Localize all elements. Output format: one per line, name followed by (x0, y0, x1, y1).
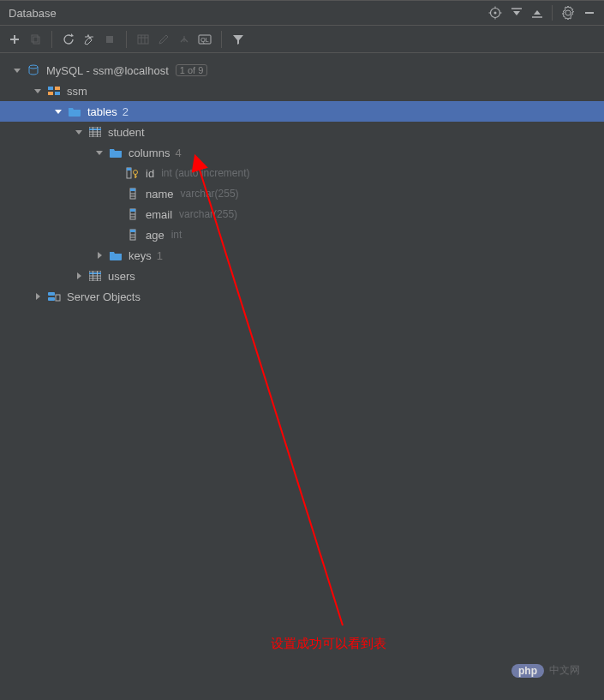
column-id-row[interactable]: id int (auto increment) (0, 163, 604, 183)
expand-top-icon[interactable] (511, 7, 523, 19)
svg-point-1 (494, 12, 497, 15)
svg-marker-58 (98, 252, 102, 259)
svg-rect-31 (55, 92, 60, 95)
column-email-type: varchar(255) (179, 208, 237, 220)
folder-icon (67, 105, 82, 118)
tables-count: 2 (123, 105, 129, 118)
chevron-down-icon (33, 86, 43, 96)
svg-marker-27 (34, 89, 41, 93)
tables-node-row[interactable]: tables 2 (0, 101, 604, 122)
connection-row[interactable]: MySQL - ssm@localhost 1 of 9 (0, 60, 604, 81)
refresh-button[interactable] (59, 30, 78, 49)
keys-node-label: keys (129, 249, 152, 262)
copy-button[interactable] (26, 30, 45, 49)
server-objects-label: Server Objects (67, 290, 141, 303)
properties-button[interactable] (80, 30, 99, 49)
panel-title: Database (9, 7, 57, 20)
folder-icon (108, 146, 123, 159)
watermark-text: 中文网 (549, 663, 580, 678)
toolbar: QL (0, 26, 604, 53)
svg-rect-29 (55, 87, 60, 90)
svg-rect-68 (48, 297, 55, 301)
svg-rect-30 (48, 92, 53, 95)
svg-rect-42 (127, 168, 131, 171)
chevron-down-icon (74, 127, 84, 137)
chevron-right-icon (74, 271, 84, 281)
svg-marker-8 (534, 10, 541, 15)
tables-node-label: tables (87, 105, 117, 118)
target-icon[interactable] (488, 6, 502, 20)
table-icon (87, 125, 103, 139)
svg-rect-69 (56, 295, 60, 301)
primary-key-column-icon (125, 166, 141, 180)
filter-button[interactable] (229, 30, 248, 49)
database-icon (26, 63, 41, 77)
columns-node-row[interactable]: columns 4 (0, 142, 604, 163)
schema-row[interactable]: ssm (0, 81, 604, 101)
svg-marker-33 (75, 130, 82, 135)
table-student-row[interactable]: student (0, 122, 604, 142)
column-age-type: int (171, 229, 182, 241)
table-editor-button[interactable] (134, 30, 152, 49)
schema-icon (46, 84, 62, 98)
svg-rect-51 (130, 209, 135, 212)
column-email-row[interactable]: email varchar(255) (0, 204, 604, 224)
connection-label: MySQL - ssm@localhost (46, 64, 169, 77)
svg-marker-7 (513, 11, 520, 15)
column-id-type: int (auto increment) (161, 167, 249, 179)
server-objects-icon (46, 290, 62, 303)
svg-marker-15 (71, 33, 74, 37)
column-age-row[interactable]: age int (0, 224, 604, 245)
watermark-brand: php (511, 664, 544, 678)
svg-rect-12 (10, 39, 19, 40)
column-icon (125, 187, 141, 200)
table-icon (87, 269, 103, 283)
gear-icon[interactable] (561, 6, 575, 20)
svg-rect-13 (32, 35, 38, 42)
connection-badge: 1 of 9 (176, 64, 208, 76)
minimize-icon[interactable] (583, 7, 595, 19)
column-icon (125, 228, 141, 242)
folder-icon (108, 248, 123, 262)
table-users-row[interactable]: users (0, 266, 604, 286)
column-email-label: email (146, 208, 172, 221)
columns-node-label: columns (129, 147, 170, 159)
chevron-down-icon (53, 106, 63, 117)
svg-point-43 (134, 171, 138, 175)
svg-point-26 (29, 65, 38, 69)
panel-title-bar: Database (0, 0, 604, 26)
server-objects-row[interactable]: Server Objects (0, 286, 604, 307)
chevron-right-icon (33, 291, 43, 302)
svg-marker-59 (77, 272, 81, 279)
svg-marker-25 (14, 69, 21, 73)
svg-text:QL: QL (200, 37, 208, 44)
svg-rect-47 (130, 188, 135, 191)
chevron-down-icon (94, 147, 105, 158)
column-age-label: age (146, 229, 164, 242)
svg-rect-14 (33, 37, 39, 44)
column-name-label: name (146, 188, 174, 200)
column-name-type: varchar(255) (181, 188, 239, 200)
database-tree: MySQL - ssm@localhost 1 of 9 ssm tables … (0, 53, 604, 314)
svg-marker-66 (36, 293, 40, 300)
svg-rect-28 (48, 87, 53, 90)
keys-count: 1 (157, 249, 163, 262)
svg-rect-67 (48, 292, 55, 296)
svg-rect-55 (130, 230, 135, 232)
query-console-button[interactable]: QL (195, 30, 214, 49)
svg-marker-40 (96, 151, 103, 155)
table-users-label: users (108, 270, 135, 283)
svg-marker-24 (233, 35, 243, 45)
watermark: php 中文网 (511, 663, 580, 678)
schema-label: ssm (67, 85, 87, 98)
svg-rect-10 (585, 12, 594, 14)
column-id-label: id (146, 167, 154, 180)
navigate-button[interactable] (175, 30, 194, 49)
keys-node-row[interactable]: keys 1 (0, 245, 604, 266)
annotation-text: 设置成功可以看到表 (271, 636, 386, 652)
column-name-row[interactable]: name varchar(255) (0, 183, 604, 204)
edit-button[interactable] (154, 30, 173, 49)
stop-button[interactable] (100, 30, 119, 49)
add-button[interactable] (5, 30, 24, 49)
expand-bottom-icon[interactable] (531, 7, 543, 19)
